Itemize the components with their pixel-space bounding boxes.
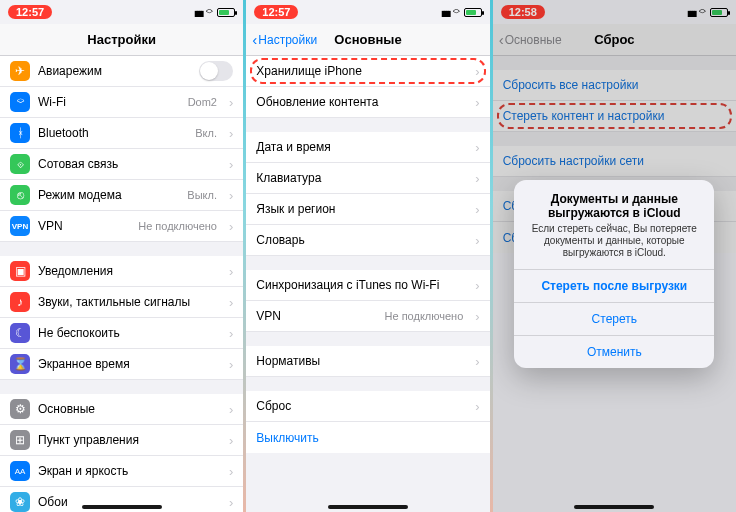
alert-cancel-button[interactable]: Отменить [514,335,714,368]
back-label: Основные [505,33,562,47]
airplane-icon: ✈ [10,61,30,81]
chevron-right-icon: › [475,171,479,186]
back-button[interactable]: ‹Настройки [252,31,317,48]
sounds-icon: ♪ [10,292,30,312]
airplane-toggle[interactable] [199,61,233,81]
row-reset-all[interactable]: Сбросить все настройки [493,70,736,101]
alert-erase-button[interactable]: Стереть [514,302,714,335]
bluetooth-icon: ᚼ [10,123,30,143]
row-vpn[interactable]: VPN VPN Не подключено › [0,211,243,242]
row-cellular[interactable]: ⟐ Сотовая связь › [0,149,243,180]
row-label: VPN [38,219,130,233]
chevron-right-icon: › [229,219,233,234]
row-background-refresh[interactable]: Обновление контента › [246,87,489,118]
row-notifications[interactable]: ▣ Уведомления › [0,256,243,287]
chevron-right-icon: › [229,326,233,341]
nav-bar: Настройки [0,24,243,56]
battery-icon [217,8,235,17]
page-title: Настройки [0,32,243,47]
chevron-right-icon: › [475,64,479,79]
nav-bar: ‹Основные Сброс [493,24,736,56]
home-indicator[interactable] [82,505,162,509]
signal-icon [441,7,449,18]
chevron-right-icon: › [229,357,233,372]
alert-dialog: Документы и данные выгружаются в iCloud … [514,180,714,368]
back-label: Настройки [258,33,317,47]
row-value: Dom2 [188,96,217,108]
home-indicator[interactable] [328,505,408,509]
row-label: Пункт управления [38,433,217,447]
row-keyboard[interactable]: Клавиатура › [246,163,489,194]
chevron-left-icon: ‹ [252,31,257,48]
chevron-right-icon: › [229,433,233,448]
row-label: Основные [38,402,217,416]
row-label: Звуки, тактильные сигналы [38,295,217,309]
row-bluetooth[interactable]: ᚼ Bluetooth Вкл. › [0,118,243,149]
row-regulatory[interactable]: Нормативы › [246,346,489,377]
row-display[interactable]: AA Экран и яркость › [0,456,243,487]
row-reset-network[interactable]: Сбросить настройки сети [493,146,736,177]
control-center-icon: ⊞ [10,430,30,450]
chevron-right-icon: › [229,188,233,203]
nav-bar: ‹Настройки Основные [246,24,489,56]
hotspot-icon: ⎋ [10,185,30,205]
alert-title: Документы и данные выгружаются в iCloud [524,192,704,220]
alert-message: Если стереть сейчас, Вы потеряете докуме… [524,223,704,259]
row-label: Сбросить настройки сети [503,154,726,168]
chevron-right-icon: › [229,126,233,141]
home-indicator[interactable] [574,505,654,509]
chevron-right-icon: › [475,278,479,293]
screentime-icon: ⌛ [10,354,30,374]
alert-erase-after-upload-button[interactable]: Стереть после выгрузки [514,269,714,302]
wifi-icon [206,6,213,18]
chevron-right-icon: › [475,202,479,217]
row-label: Bluetooth [38,126,187,140]
row-label: Дата и время [256,140,463,154]
row-label: Не беспокоить [38,326,217,340]
row-airplane[interactable]: ✈ Авиарежим [0,56,243,87]
row-label: Обновление контента [256,95,463,109]
cellular-icon: ⟐ [10,154,30,174]
row-shutdown[interactable]: Выключить [246,422,489,453]
status-bar: 12:57 [246,0,489,24]
row-label: Язык и регион [256,202,463,216]
row-screentime[interactable]: ⌛ Экранное время › [0,349,243,380]
signal-icon [194,7,202,18]
status-time: 12:57 [254,5,298,19]
row-language[interactable]: Язык и регион › [246,194,489,225]
row-itunes-wifi[interactable]: Синхронизация с iTunes по Wi-Fi › [246,270,489,301]
row-datetime[interactable]: Дата и время › [246,132,489,163]
dnd-icon: ☾ [10,323,30,343]
row-reset[interactable]: Сброс › [246,391,489,422]
row-wifi[interactable]: ⌔ Wi-Fi Dom2 › [0,87,243,118]
status-bar: 12:57 [0,0,243,24]
chevron-right-icon: › [475,140,479,155]
row-label: Режим модема [38,188,179,202]
row-label: Сброс [256,399,463,413]
chevron-right-icon: › [475,354,479,369]
row-storage[interactable]: Хранилище iPhone › [246,56,489,87]
battery-icon [464,8,482,17]
row-value: Вкл. [195,127,217,139]
row-value: Выкл. [187,189,217,201]
row-general[interactable]: ⚙ Основные › [0,394,243,425]
row-vpn[interactable]: VPN Не подключено › [246,301,489,332]
row-dictionary[interactable]: Словарь › [246,225,489,256]
row-hotspot[interactable]: ⎋ Режим модема Выкл. › [0,180,243,211]
chevron-right-icon: › [229,495,233,510]
row-label: Нормативы [256,354,463,368]
chevron-right-icon: › [229,402,233,417]
chevron-left-icon: ‹ [499,31,504,48]
chevron-right-icon: › [475,309,479,324]
row-label: Синхронизация с iTunes по Wi-Fi [256,278,463,292]
wifi-icon: ⌔ [10,92,30,112]
row-label: Экран и яркость [38,464,217,478]
wifi-icon [453,6,460,18]
back-button[interactable]: ‹Основные [499,31,562,48]
phone-settings-main: 12:57 Настройки ✈ Авиарежим ⌔ Wi-Fi Dom2… [0,0,243,512]
row-control-center[interactable]: ⊞ Пункт управления › [0,425,243,456]
chevron-right-icon: › [475,233,479,248]
row-erase-content[interactable]: Стереть контент и настройки [493,101,736,132]
row-dnd[interactable]: ☾ Не беспокоить › [0,318,243,349]
row-sounds[interactable]: ♪ Звуки, тактильные сигналы › [0,287,243,318]
